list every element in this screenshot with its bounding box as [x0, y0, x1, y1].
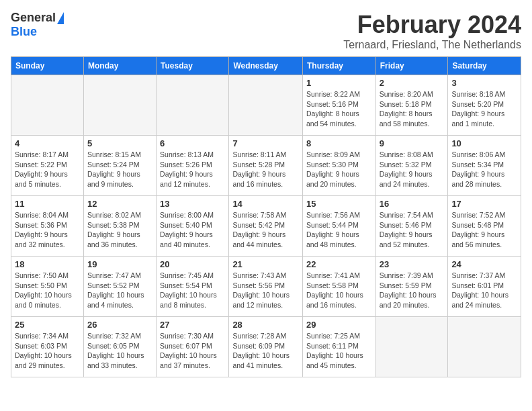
logo-general-text: General	[11, 11, 56, 25]
day-info: Sunrise: 8:04 AMSunset: 5:36 PMDaylight:…	[15, 210, 80, 250]
day-number: 9	[380, 138, 445, 148]
day-info: Sunrise: 7:58 AMSunset: 5:42 PMDaylight:…	[232, 210, 299, 250]
day-number: 8	[306, 138, 372, 148]
calendar-day-cell: 28Sunrise: 7:28 AMSunset: 6:09 PMDayligh…	[229, 317, 303, 377]
day-number: 4	[15, 138, 80, 148]
calendar-week-row: 25Sunrise: 7:34 AMSunset: 6:03 PMDayligh…	[11, 317, 521, 377]
calendar-day-cell: 11Sunrise: 8:04 AMSunset: 5:36 PMDayligh…	[11, 196, 84, 257]
day-number: 21	[232, 259, 299, 269]
calendar-day-cell: 23Sunrise: 7:39 AMSunset: 5:59 PMDayligh…	[375, 257, 448, 317]
calendar-day-cell: 19Sunrise: 7:47 AMSunset: 5:52 PMDayligh…	[83, 257, 156, 317]
day-number: 29	[306, 320, 372, 330]
day-number: 11	[15, 199, 80, 209]
day-number: 24	[451, 259, 517, 269]
day-number: 27	[160, 320, 225, 330]
day-info: Sunrise: 7:39 AMSunset: 5:59 PMDaylight:…	[380, 271, 445, 310]
weekday-header-cell: Tuesday	[157, 57, 229, 75]
day-info: Sunrise: 7:41 AMSunset: 5:58 PMDaylight:…	[306, 271, 372, 310]
weekday-header-cell: Sunday	[11, 57, 84, 75]
calendar-week-row: 4Sunrise: 8:17 AMSunset: 5:22 PMDaylight…	[11, 136, 521, 196]
day-info: Sunrise: 7:47 AMSunset: 5:52 PMDaylight:…	[87, 271, 152, 310]
calendar-day-cell: 22Sunrise: 7:41 AMSunset: 5:58 PMDayligh…	[303, 257, 376, 317]
day-info: Sunrise: 8:13 AMSunset: 5:26 PMDaylight:…	[160, 150, 225, 189]
day-number: 7	[232, 138, 299, 148]
weekday-header-cell: Friday	[375, 57, 448, 75]
day-info: Sunrise: 8:02 AMSunset: 5:38 PMDaylight:…	[87, 210, 152, 250]
month-title: February 2024	[343, 11, 521, 39]
weekday-header-cell: Thursday	[303, 57, 376, 75]
calendar-table: SundayMondayTuesdayWednesdayThursdayFrid…	[11, 56, 521, 377]
calendar-day-cell: 1Sunrise: 8:22 AMSunset: 5:16 PMDaylight…	[303, 75, 376, 136]
calendar-day-cell: 12Sunrise: 8:02 AMSunset: 5:38 PMDayligh…	[83, 196, 156, 257]
day-info: Sunrise: 7:30 AMSunset: 6:07 PMDaylight:…	[160, 331, 225, 371]
day-info: Sunrise: 7:56 AMSunset: 5:44 PMDaylight:…	[306, 210, 372, 250]
calendar-day-cell	[11, 75, 84, 136]
day-info: Sunrise: 8:15 AMSunset: 5:24 PMDaylight:…	[87, 150, 152, 189]
weekday-header-cell: Monday	[83, 57, 156, 75]
calendar-day-cell: 27Sunrise: 7:30 AMSunset: 6:07 PMDayligh…	[157, 317, 229, 377]
day-number: 10	[451, 138, 517, 148]
logo: General Blue	[11, 11, 64, 39]
calendar-day-cell	[448, 317, 521, 377]
day-number: 19	[87, 259, 152, 269]
calendar-day-cell: 16Sunrise: 7:54 AMSunset: 5:46 PMDayligh…	[375, 196, 448, 257]
day-number: 18	[15, 259, 80, 269]
day-number: 28	[232, 320, 299, 330]
calendar-day-cell: 18Sunrise: 7:50 AMSunset: 5:50 PMDayligh…	[11, 257, 84, 317]
weekday-header-row: SundayMondayTuesdayWednesdayThursdayFrid…	[11, 57, 521, 75]
logo-blue-text: Blue	[11, 25, 37, 39]
day-number: 12	[87, 199, 152, 209]
day-info: Sunrise: 7:45 AMSunset: 5:54 PMDaylight:…	[160, 271, 225, 310]
day-number: 3	[451, 78, 517, 88]
weekday-header-cell: Saturday	[448, 57, 521, 75]
calendar-day-cell: 17Sunrise: 7:52 AMSunset: 5:48 PMDayligh…	[448, 196, 521, 257]
day-info: Sunrise: 8:09 AMSunset: 5:30 PMDaylight:…	[306, 150, 372, 189]
calendar-day-cell: 3Sunrise: 8:18 AMSunset: 5:20 PMDaylight…	[448, 75, 521, 136]
logo-triangle-icon	[57, 12, 64, 24]
day-number: 22	[306, 259, 372, 269]
day-info: Sunrise: 8:00 AMSunset: 5:40 PMDaylight:…	[160, 210, 225, 250]
day-info: Sunrise: 8:11 AMSunset: 5:28 PMDaylight:…	[232, 150, 299, 189]
calendar-day-cell: 21Sunrise: 7:43 AMSunset: 5:56 PMDayligh…	[229, 257, 303, 317]
calendar-day-cell: 20Sunrise: 7:45 AMSunset: 5:54 PMDayligh…	[157, 257, 229, 317]
location-title: Ternaard, Friesland, The Netherlands	[343, 39, 521, 51]
day-info: Sunrise: 8:18 AMSunset: 5:20 PMDaylight:…	[451, 89, 517, 129]
calendar-day-cell: 5Sunrise: 8:15 AMSunset: 5:24 PMDaylight…	[83, 136, 156, 196]
day-info: Sunrise: 8:08 AMSunset: 5:32 PMDaylight:…	[380, 150, 445, 189]
day-number: 5	[87, 138, 152, 148]
day-info: Sunrise: 7:28 AMSunset: 6:09 PMDaylight:…	[232, 331, 299, 371]
calendar-day-cell: 14Sunrise: 7:58 AMSunset: 5:42 PMDayligh…	[229, 196, 303, 257]
calendar-day-cell: 2Sunrise: 8:20 AMSunset: 5:18 PMDaylight…	[375, 75, 448, 136]
day-number: 26	[87, 320, 152, 330]
weekday-header-cell: Wednesday	[229, 57, 303, 75]
header: General Blue February 2024 Ternaard, Fri…	[11, 11, 521, 51]
calendar-day-cell	[375, 317, 448, 377]
day-number: 6	[160, 138, 225, 148]
day-number: 15	[306, 199, 372, 209]
calendar-day-cell	[83, 75, 156, 136]
day-number: 1	[306, 78, 372, 88]
calendar-day-cell: 6Sunrise: 8:13 AMSunset: 5:26 PMDaylight…	[157, 136, 229, 196]
calendar-day-cell	[229, 75, 303, 136]
day-info: Sunrise: 7:32 AMSunset: 6:05 PMDaylight:…	[87, 331, 152, 371]
day-info: Sunrise: 8:17 AMSunset: 5:22 PMDaylight:…	[15, 150, 80, 189]
day-number: 2	[380, 78, 445, 88]
day-number: 20	[160, 259, 225, 269]
day-info: Sunrise: 8:22 AMSunset: 5:16 PMDaylight:…	[306, 89, 372, 129]
calendar-week-row: 18Sunrise: 7:50 AMSunset: 5:50 PMDayligh…	[11, 257, 521, 317]
calendar-day-cell: 26Sunrise: 7:32 AMSunset: 6:05 PMDayligh…	[83, 317, 156, 377]
day-info: Sunrise: 7:43 AMSunset: 5:56 PMDaylight:…	[232, 271, 299, 310]
calendar-week-row: 1Sunrise: 8:22 AMSunset: 5:16 PMDaylight…	[11, 75, 521, 136]
calendar-day-cell: 29Sunrise: 7:25 AMSunset: 6:11 PMDayligh…	[303, 317, 376, 377]
calendar-day-cell: 25Sunrise: 7:34 AMSunset: 6:03 PMDayligh…	[11, 317, 84, 377]
day-number: 25	[15, 320, 80, 330]
calendar-week-row: 11Sunrise: 8:04 AMSunset: 5:36 PMDayligh…	[11, 196, 521, 257]
calendar-day-cell: 24Sunrise: 7:37 AMSunset: 6:01 PMDayligh…	[448, 257, 521, 317]
calendar-day-cell	[157, 75, 229, 136]
calendar-day-cell: 8Sunrise: 8:09 AMSunset: 5:30 PMDaylight…	[303, 136, 376, 196]
calendar-day-cell: 4Sunrise: 8:17 AMSunset: 5:22 PMDaylight…	[11, 136, 84, 196]
title-area: February 2024 Ternaard, Friesland, The N…	[343, 11, 521, 51]
day-number: 17	[451, 199, 517, 209]
day-info: Sunrise: 7:52 AMSunset: 5:48 PMDaylight:…	[451, 210, 517, 250]
calendar-day-cell: 15Sunrise: 7:56 AMSunset: 5:44 PMDayligh…	[303, 196, 376, 257]
